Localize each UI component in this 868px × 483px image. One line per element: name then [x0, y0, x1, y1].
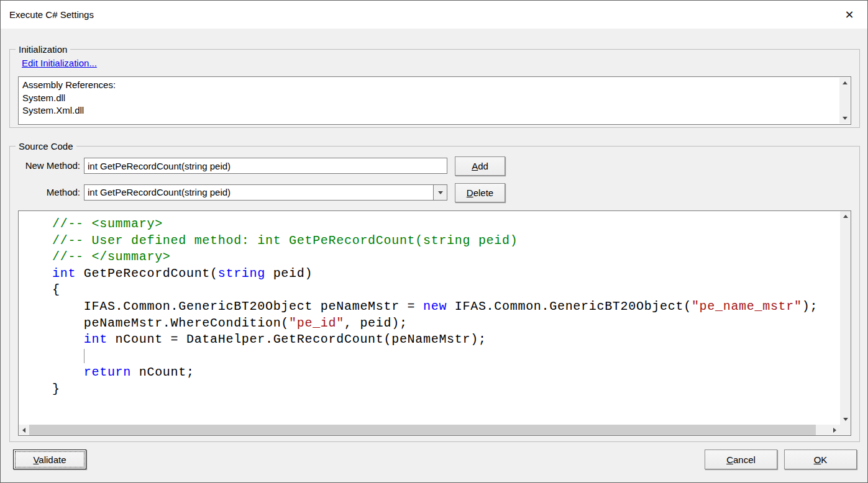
- horizontal-scroll-thumb[interactable]: [29, 425, 816, 435]
- add-button-label: Add: [472, 161, 488, 171]
- assembly-list: Assembly References:System.dllSystem.Xml…: [19, 77, 851, 117]
- chevron-down-icon: [438, 191, 443, 194]
- close-icon: ✕: [844, 8, 854, 22]
- validate-button[interactable]: Validate: [13, 449, 86, 469]
- assembly-scrollbar[interactable]: [839, 78, 850, 124]
- scroll-left-button[interactable]: [19, 425, 29, 435]
- validate-button-label: Validate: [33, 454, 66, 465]
- method-combobox[interactable]: int GetPeRecordCount(string peid): [84, 184, 447, 201]
- code-line: //-- </summary>: [52, 249, 840, 266]
- execute-csharp-settings-dialog: Execute C# Settings ✕ Initialization Edi…: [0, 0, 868, 483]
- code-line: int nCount = DataHelper.GetRecordCount(p…: [52, 332, 840, 348]
- code-line: return nCount;: [52, 364, 840, 381]
- scroll-down-button[interactable]: [840, 414, 851, 425]
- close-button[interactable]: ✕: [839, 1, 860, 29]
- scroll-up-button[interactable]: [840, 211, 851, 222]
- code-horizontal-scrollbar[interactable]: [19, 425, 840, 435]
- combo-dropdown-button[interactable]: [433, 185, 447, 200]
- new-method-label: New Method:: [11, 158, 80, 174]
- arrow-up-icon: [843, 215, 848, 218]
- code-content[interactable]: //-- <summary>//-- User defined method: …: [19, 211, 840, 425]
- arrow-right-icon: [833, 428, 836, 433]
- method-label: Method:: [11, 184, 80, 201]
- arrow-left-icon: [22, 428, 25, 433]
- titlebar: Execute C# Settings ✕: [1, 1, 867, 29]
- code-line: //-- <summary>: [52, 216, 840, 233]
- initialization-group-label: Initialization: [16, 44, 70, 55]
- arrow-down-icon: [843, 117, 847, 120]
- code-line: //-- User defined method: int GetPeRecor…: [52, 233, 840, 250]
- method-combobox-value: int GetPeRecordCount(string peid): [88, 185, 432, 200]
- code-editor[interactable]: //-- <summary>//-- User defined method: …: [18, 210, 851, 436]
- code-line: {: [52, 282, 840, 299]
- add-button[interactable]: Add: [455, 156, 505, 176]
- source-code-group-label: Source Code: [16, 141, 76, 151]
- code-line: [52, 348, 840, 365]
- ok-button[interactable]: OK: [784, 449, 857, 469]
- code-line: peNameMstr.WhereCondition("pe_id", peid)…: [52, 315, 840, 332]
- window-title: Execute C# Settings: [9, 1, 94, 29]
- code-line: IFAS.Common.GenericBT20Object peNameMstr…: [52, 299, 840, 315]
- arrow-down-icon: [843, 418, 848, 421]
- edit-initialization-link[interactable]: Edit Initialization...: [22, 58, 97, 68]
- scroll-right-button[interactable]: [829, 425, 840, 435]
- arrow-up-icon: [843, 81, 847, 84]
- code-line: }: [52, 381, 840, 398]
- delete-button-label: Delete: [467, 187, 493, 198]
- code-vertical-scrollbar[interactable]: [840, 211, 851, 425]
- scroll-up-button[interactable]: [839, 78, 850, 88]
- scroll-down-button[interactable]: [839, 113, 850, 124]
- code-line: int GetPeRecordCount(string peid): [52, 266, 840, 282]
- cancel-button-label: Cancel: [726, 454, 756, 465]
- cancel-button[interactable]: Cancel: [705, 449, 777, 469]
- scrollbar-corner: [840, 425, 851, 435]
- ok-button-label: OK: [814, 454, 828, 465]
- assembly-line: System.Xml.dll: [22, 104, 836, 117]
- assembly-line: Assembly References:: [22, 79, 836, 92]
- assembly-references-box[interactable]: Assembly References:System.dllSystem.Xml…: [18, 76, 851, 125]
- new-method-input[interactable]: [84, 158, 447, 174]
- assembly-line: System.dll: [22, 92, 836, 105]
- delete-button[interactable]: Delete: [455, 183, 505, 202]
